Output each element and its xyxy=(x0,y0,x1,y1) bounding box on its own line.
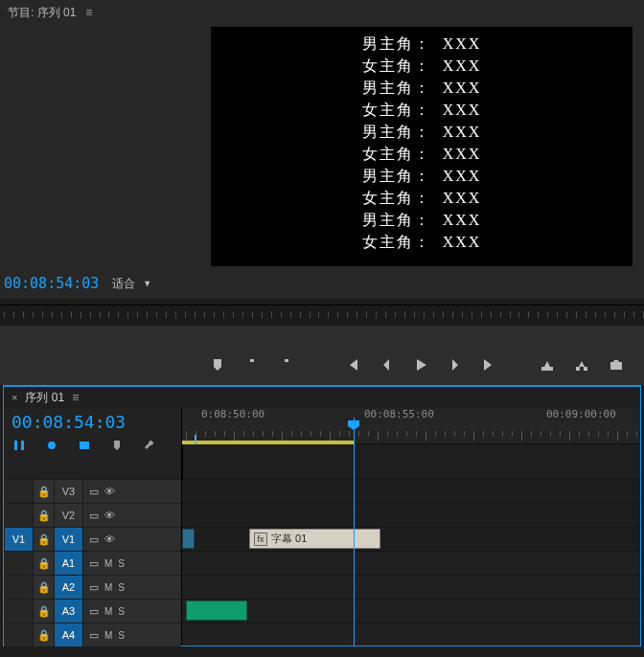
credit-line: 男主角： XXX xyxy=(362,165,482,187)
track-header-v2[interactable]: 🔒 V2 ▭ 👁 xyxy=(4,503,181,527)
mute-toggle[interactable]: M xyxy=(104,630,112,641)
ruler-time-label: 0:08:50:00 xyxy=(201,408,264,420)
sequence-tab[interactable]: 序列 01 xyxy=(25,390,64,406)
credit-line: 女主角： XXX xyxy=(362,143,482,165)
in-point-marker[interactable] xyxy=(195,435,196,444)
audio-clip-green[interactable] xyxy=(186,600,247,621)
credit-line: 男主角： XXX xyxy=(362,121,482,143)
program-timecode[interactable]: 00:08:54:03 xyxy=(4,275,99,292)
step-back-button[interactable] xyxy=(378,356,395,374)
mute-toggle[interactable]: M xyxy=(104,582,112,593)
mute-toggle[interactable]: M xyxy=(104,606,112,617)
track-label-v1[interactable]: V1 xyxy=(54,528,82,551)
play-button[interactable] xyxy=(412,356,429,374)
track-header-v3[interactable]: 🔒 V3 ▭ 👁 xyxy=(4,479,181,503)
program-monitor-viewport: 男主角： XXX女主角： XXX男主角： XXX女主角： XXX男主角： XXX… xyxy=(211,27,632,266)
track-output-icon[interactable]: ▭ xyxy=(89,510,99,522)
track-header-a1[interactable]: 🔒 A1 ▭ M S xyxy=(4,551,181,575)
timeline-tracks-area[interactable]: 0:08:50:0000:08:55:0000:09:00:00 fx 字幕 0… xyxy=(182,408,640,646)
snap-toggle-icon[interactable] xyxy=(12,438,27,453)
lock-icon[interactable]: 🔒 xyxy=(33,528,54,551)
track-label-a1[interactable]: A1 xyxy=(54,552,82,575)
track-header-a4[interactable]: 🔒 A4 ▭ M S xyxy=(4,623,181,646)
credit-line: 女主角： XXX xyxy=(362,99,482,121)
dropdown-triangle-icon: ▼ xyxy=(143,279,151,288)
go-to-out-button[interactable] xyxy=(481,356,498,374)
track-lane-a2[interactable] xyxy=(182,575,640,599)
timeline-panel-menu-icon[interactable]: ≡ xyxy=(72,391,79,404)
track-lane-v3[interactable] xyxy=(182,479,640,503)
clip-label: 字幕 01 xyxy=(271,532,307,546)
add-marker-button[interactable] xyxy=(209,356,226,374)
time-ruler[interactable]: 0:08:50:0000:08:55:0000:09:00:00 xyxy=(182,408,640,444)
track-output-icon[interactable]: ▭ xyxy=(89,605,99,618)
program-panel-header: 节目: 序列 01 ≡ xyxy=(0,0,644,25)
lock-icon[interactable]: 🔒 xyxy=(33,623,54,646)
mark-in-button[interactable] xyxy=(243,356,261,374)
solo-toggle[interactable]: S xyxy=(118,606,125,617)
track-label-a3[interactable]: A3 xyxy=(54,600,82,623)
solo-toggle[interactable]: S xyxy=(118,558,125,569)
track-label-v2[interactable]: V2 xyxy=(54,504,82,527)
lock-icon[interactable]: 🔒 xyxy=(33,600,54,623)
track-lane-a3[interactable] xyxy=(182,599,640,623)
track-output-icon[interactable]: ▭ xyxy=(89,629,99,642)
program-monitor-ruler[interactable] xyxy=(0,305,644,326)
extract-button[interactable] xyxy=(573,356,590,374)
go-to-in-button[interactable] xyxy=(343,356,360,374)
track-output-icon[interactable]: ▭ xyxy=(89,533,99,546)
source-patch-v1[interactable]: V1 xyxy=(4,528,33,551)
video-clip-fragment[interactable] xyxy=(182,529,195,549)
track-lane-a1[interactable] xyxy=(182,551,640,575)
program-title: 节目: 序列 01 xyxy=(8,5,76,21)
add-marker-icon[interactable] xyxy=(77,438,92,453)
fx-badge-icon: fx xyxy=(254,532,267,546)
solo-toggle[interactable]: S xyxy=(118,582,125,593)
track-label-a2[interactable]: A2 xyxy=(54,576,82,599)
lift-button[interactable] xyxy=(539,356,556,374)
playhead[interactable] xyxy=(354,418,355,646)
panel-menu-icon[interactable]: ≡ xyxy=(85,6,92,19)
eye-icon[interactable]: 👁 xyxy=(104,533,115,545)
track-header-a3[interactable]: 🔒 A3 ▭ M S xyxy=(4,599,181,623)
lock-icon[interactable]: 🔒 xyxy=(33,504,54,527)
solo-toggle[interactable]: S xyxy=(118,630,125,641)
zoom-fit-dropdown[interactable]: 适合 ▼ xyxy=(112,276,151,292)
credit-line: 男主角： XXX xyxy=(362,33,482,55)
timeline-track-headers: 00:08:54:03 🔒 V3 ▭ 👁 xyxy=(4,408,182,646)
track-header-a2[interactable]: 🔒 A2 ▭ M S xyxy=(4,575,181,599)
step-forward-button[interactable] xyxy=(447,356,464,374)
track-output-icon[interactable]: ▭ xyxy=(89,557,99,570)
zoom-fit-label: 适合 xyxy=(112,276,135,292)
timeline-settings-marker-icon[interactable] xyxy=(109,438,125,453)
track-lane-v2[interactable] xyxy=(182,503,640,527)
linked-selection-icon[interactable] xyxy=(44,438,59,453)
lock-icon[interactable]: 🔒 xyxy=(33,576,54,599)
mark-out-button[interactable] xyxy=(278,356,295,374)
playback-controls-bar xyxy=(0,326,644,385)
close-tab-icon[interactable]: × xyxy=(12,392,17,403)
lock-icon[interactable]: 🔒 xyxy=(33,552,54,575)
work-area-bar[interactable] xyxy=(182,441,355,444)
credit-line: 女主角： XXX xyxy=(362,187,482,209)
timeline-wrench-icon[interactable] xyxy=(142,438,157,453)
program-monitor-panel: 节目: 序列 01 ≡ 男主角： XXX女主角： XXX男主角： XXX女主角：… xyxy=(0,0,644,299)
credit-line: 女主角： XXX xyxy=(362,55,482,77)
timeline-body: 00:08:54:03 🔒 V3 ▭ 👁 xyxy=(4,408,640,646)
track-label-v3[interactable]: V3 xyxy=(54,480,82,503)
track-output-icon[interactable]: ▭ xyxy=(89,486,99,498)
track-lane-a4[interactable] xyxy=(182,623,640,646)
export-frame-button[interactable] xyxy=(608,356,625,374)
lock-icon[interactable]: 🔒 xyxy=(33,480,54,503)
timeline-timecode[interactable]: 00:08:54:03 xyxy=(12,412,173,432)
track-header-v1[interactable]: V1 🔒 V1 ▭ 👁 xyxy=(4,527,181,551)
eye-icon[interactable]: 👁 xyxy=(104,510,115,521)
credit-line: 男主角： XXX xyxy=(362,77,482,99)
eye-icon[interactable]: 👁 xyxy=(104,486,115,497)
timeline-tab-bar: × 序列 01 ≡ xyxy=(4,387,640,408)
track-output-icon[interactable]: ▭ xyxy=(89,581,99,594)
mute-toggle[interactable]: M xyxy=(104,558,112,569)
track-label-a4[interactable]: A4 xyxy=(54,623,82,646)
timeline-panel: × 序列 01 ≡ 00:08:54:03 🔒 V3 xyxy=(3,385,641,646)
subtitle-clip[interactable]: fx 字幕 01 xyxy=(249,529,380,549)
